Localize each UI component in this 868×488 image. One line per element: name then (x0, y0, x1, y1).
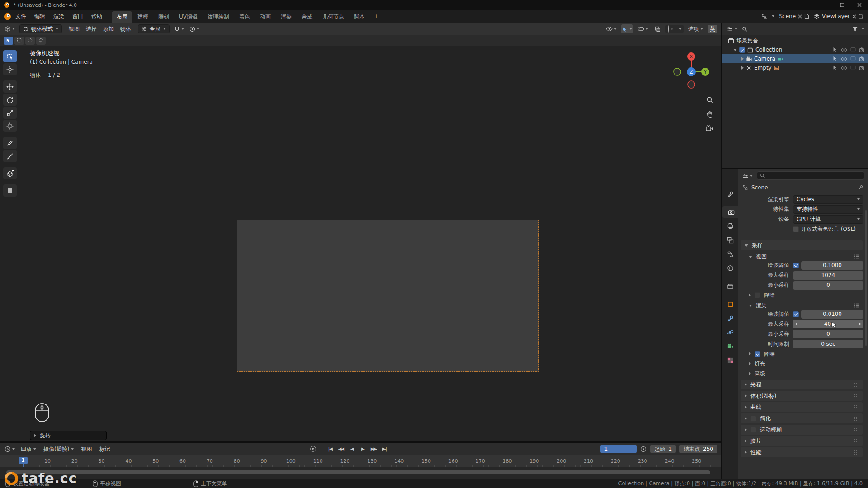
proportional-caret-icon[interactable] (197, 28, 199, 30)
disable-render-icon[interactable] (859, 56, 864, 61)
snap-caret-icon[interactable] (181, 28, 184, 30)
copy-viewlayer-icon[interactable] (859, 14, 863, 19)
tab-collection[interactable] (723, 281, 737, 292)
overlays-toggle-button[interactable] (637, 24, 649, 33)
section-expand-icon[interactable] (745, 439, 747, 443)
outliner-row-scene-collection[interactable]: 场景集合 (722, 36, 868, 45)
section-expand-icon[interactable] (745, 428, 747, 432)
workspace-tab[interactable]: UV编辑 (174, 11, 203, 23)
properties-section-header[interactable]: 简化 (741, 413, 863, 423)
snap-toggle-button[interactable] (173, 24, 185, 33)
render-sampling-expand-icon[interactable] (749, 305, 752, 307)
tab-object[interactable] (723, 299, 737, 310)
outliner-row-collection[interactable]: Collection (722, 45, 868, 54)
select-mode-box-button[interactable] (14, 37, 24, 45)
select-mode-tweak-button[interactable] (4, 37, 13, 45)
tool-rotate[interactable] (3, 94, 17, 106)
pin-icon[interactable] (858, 185, 863, 190)
outliner-row-camera[interactable]: Camera (722, 54, 868, 63)
unlink-viewlayer-icon[interactable] (852, 14, 856, 19)
drag-handle-icon[interactable] (854, 416, 859, 421)
tool-move[interactable] (3, 80, 17, 93)
tool-measure[interactable] (3, 150, 17, 162)
hide-eye-icon[interactable] (841, 56, 847, 61)
menu-item[interactable]: 渲染 (49, 10, 68, 23)
sampling-section-header[interactable]: 采样 (741, 240, 863, 250)
playback-menu[interactable]: 回放 (19, 446, 38, 452)
vp-max-samples-field[interactable]: 1024 (793, 271, 863, 280)
camera-view-icon[interactable] (706, 125, 714, 132)
menu-item[interactable]: 窗口 (68, 10, 87, 23)
marker-menu[interactable]: 标记 (97, 446, 112, 452)
section-expand-icon[interactable] (745, 450, 747, 454)
workspace-tab[interactable]: 雕刻 (153, 11, 174, 23)
outliner-filter-caret-icon[interactable] (862, 28, 864, 30)
tab-scene[interactable] (723, 249, 737, 260)
shading-material-button[interactable] (674, 28, 675, 30)
viewport-sampling-expand-icon[interactable] (749, 256, 752, 258)
workspace-tab[interactable]: 建模 (132, 11, 153, 23)
properties-section-header[interactable]: 体积(卷标) (741, 391, 863, 401)
hide-eye-icon[interactable] (841, 66, 847, 70)
play-reverse-button[interactable]: ◀ (347, 445, 357, 453)
frame-end-field[interactable]: 结束点 250 (679, 445, 717, 453)
collection-checkbox[interactable] (739, 47, 745, 53)
outliner-filter-icon[interactable] (852, 26, 858, 32)
r-denoise-checkbox[interactable] (755, 351, 760, 357)
tab-texture[interactable] (723, 355, 737, 366)
next-keyframe-button[interactable]: ▶▶ (368, 445, 379, 453)
r-noise-checkbox[interactable] (793, 311, 799, 317)
vp-noise-field[interactable]: 0.1000 (801, 261, 863, 270)
orientation-dropdown[interactable]: 全局 (138, 24, 170, 33)
preview-range-clock-icon[interactable] (640, 446, 646, 452)
xray-toggle-button[interactable] (653, 24, 662, 33)
r-denoise-expand-icon[interactable] (749, 352, 751, 356)
current-frame-field[interactable]: 1 (600, 445, 637, 453)
tab-output[interactable] (723, 221, 737, 232)
disable-viewport-icon[interactable] (850, 56, 856, 61)
menu-item[interactable]: 文件 (11, 10, 30, 23)
vp-min-samples-field[interactable]: 0 (793, 281, 863, 290)
viewport-menu-item[interactable]: 选择 (83, 23, 100, 35)
r-denoise-row[interactable]: 降噪 (740, 349, 863, 358)
empty-expand-icon[interactable] (741, 66, 744, 70)
properties-section-header[interactable]: 光程 (741, 380, 863, 389)
viewport-menu-item[interactable]: 物体 (117, 23, 134, 35)
camera-expand-icon[interactable] (741, 57, 744, 61)
tab-world[interactable] (723, 263, 737, 274)
increment-arrow-icon[interactable] (859, 322, 861, 326)
timeline-editor-type-button[interactable] (4, 445, 16, 454)
lights-expand-icon[interactable] (749, 362, 751, 366)
vp-denoise-row[interactable]: 降噪 (740, 291, 863, 300)
advanced-expand-icon[interactable] (749, 372, 751, 375)
properties-section-header[interactable]: 胶片 (741, 436, 863, 446)
menu-item[interactable]: 帮助 (87, 10, 106, 23)
device-dropdown[interactable]: GPU 计算 (793, 215, 863, 224)
preset-menu-icon[interactable] (854, 254, 859, 259)
workspace-tab[interactable]: 动画 (255, 11, 276, 23)
disable-viewport-icon[interactable] (850, 47, 856, 52)
visibility-dropdown-button[interactable] (605, 24, 618, 33)
hide-eye-icon[interactable] (841, 47, 847, 52)
prev-keyframe-button[interactable]: ◀◀ (336, 445, 346, 453)
view-menu[interactable]: 视图 (79, 446, 94, 452)
section-checkbox[interactable] (750, 416, 756, 422)
drag-handle-icon[interactable] (854, 382, 859, 387)
gizmo-toggle-button[interactable] (621, 24, 633, 33)
close-button[interactable] (851, 0, 868, 10)
playhead[interactable]: 1 (19, 457, 28, 464)
disable-render-icon[interactable] (859, 65, 864, 70)
selectable-cursor-icon[interactable] (832, 47, 838, 52)
osl-checkbox[interactable] (793, 226, 799, 232)
viewlayer-selector[interactable]: ViewLayer (814, 14, 863, 19)
shading-rendered-button[interactable] (676, 28, 678, 30)
zoom-icon[interactable] (706, 96, 714, 104)
tool-select-box[interactable] (3, 50, 17, 62)
section-expand-icon[interactable] (745, 417, 747, 420)
properties-scrollbar[interactable] (865, 210, 867, 346)
new-scene-icon[interactable] (804, 14, 809, 19)
viewport-menu-item[interactable]: 视图 (66, 23, 83, 35)
unlink-scene-icon[interactable] (798, 14, 802, 19)
tab-render[interactable] (722, 206, 738, 218)
section-expand-icon[interactable] (745, 405, 747, 409)
